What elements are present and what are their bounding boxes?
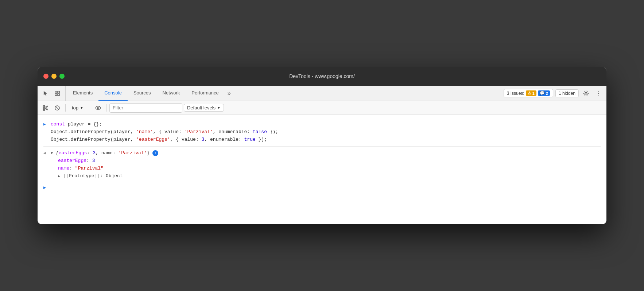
prototype-expand[interactable]: ▶ [58, 174, 60, 179]
settings-icon[interactable] [581, 88, 591, 98]
tab-elements[interactable]: Elements [67, 86, 98, 101]
expand-arrow[interactable]: ▼ [51, 151, 53, 156]
input-arrow: ▶ [43, 121, 48, 128]
tab-console[interactable]: Console [98, 86, 128, 101]
default-levels-selector[interactable]: Default levels ▼ [184, 104, 224, 112]
maximize-button[interactable] [59, 74, 65, 79]
object-header-line: ▼ {easterEggs: 3, name: 'Parzival'} i [51, 150, 601, 157]
entry-divider [43, 146, 601, 147]
entry-content-1: const player = {}; Object.defineProperty… [51, 121, 601, 143]
console-entry-output: ◀ ▼ {easterEggs: 3, name: 'Parzival'} i … [43, 148, 601, 181]
hidden-count[interactable]: 1 hidden [555, 89, 579, 97]
tab-sources[interactable]: Sources [128, 86, 157, 101]
traffic-lights [43, 74, 65, 79]
more-tabs-button[interactable]: » [225, 86, 234, 101]
toolbar-icons [40, 86, 66, 101]
svg-rect-2 [55, 94, 57, 96]
warning-badge: ⚠ 1 [526, 90, 536, 96]
prompt-arrow-icon: ▶ [43, 185, 46, 191]
svg-point-11 [97, 107, 99, 109]
prop-name: name: "Parzival" [51, 165, 601, 172]
block-icon[interactable] [52, 103, 62, 113]
code-line-3: Object.defineProperty(player, 'easterEgg… [51, 136, 601, 144]
svg-line-10 [56, 106, 59, 109]
svg-text:▷: ▷ [43, 106, 46, 110]
tabs-bar: Elements Console Sources Network Perform… [38, 86, 606, 101]
svg-rect-0 [55, 91, 57, 93]
separator-3 [106, 104, 106, 112]
code-line-2: Object.defineProperty(player, 'name', { … [51, 128, 601, 136]
tab-network[interactable]: Network [157, 86, 186, 101]
svg-point-4 [585, 92, 587, 94]
minimize-button[interactable] [51, 74, 57, 79]
console-toolbar: ▷ top ▼ Default levels ▼ [38, 101, 606, 115]
entry-content-2: ▼ {easterEggs: 3, name: 'Parzival'} i ea… [51, 150, 601, 180]
cursor-icon[interactable] [40, 88, 51, 98]
inspect-icon[interactable] [52, 88, 62, 98]
close-button[interactable] [43, 74, 49, 79]
tabs-right: 3 Issues: ⚠ 1 💬 2 1 hidden ⋮ [504, 86, 604, 101]
eye-icon[interactable] [93, 103, 103, 113]
issues-badge[interactable]: 3 Issues: ⚠ 1 💬 2 [504, 89, 553, 97]
devtools-window: DevTools - www.google.com/ Elements [38, 67, 606, 224]
tabs-nav: Elements Console Sources Network Perform… [67, 86, 504, 101]
more-options-icon[interactable]: ⋮ [593, 88, 604, 98]
svg-rect-1 [58, 91, 59, 93]
info-badge: 💬 2 [538, 90, 550, 96]
titlebar: DevTools - www.google.com/ [38, 67, 606, 86]
prop-easter-eggs: easterEggs: 3 [51, 157, 601, 165]
filter-input[interactable] [109, 103, 182, 113]
prototype-row: ▶ [[Prototype]]: Object [51, 172, 601, 180]
svg-rect-3 [58, 94, 59, 96]
console-content: ▶ const player = {}; Object.defineProper… [38, 115, 606, 224]
console-prompt: ▶ [43, 185, 601, 191]
clear-console-icon[interactable]: ▷ [40, 103, 51, 113]
tab-performance[interactable]: Performance [186, 86, 224, 101]
console-entry-input: ▶ const player = {}; Object.defineProper… [43, 119, 601, 145]
separator-2 [90, 104, 90, 112]
output-arrow: ◀ [43, 150, 48, 157]
code-line-1: const player = {}; [51, 121, 601, 128]
separator-1 [65, 104, 66, 112]
window-title: DevTools - www.google.com/ [289, 73, 355, 79]
context-selector[interactable]: top ▼ [69, 104, 87, 112]
info-icon[interactable]: i [152, 150, 158, 156]
